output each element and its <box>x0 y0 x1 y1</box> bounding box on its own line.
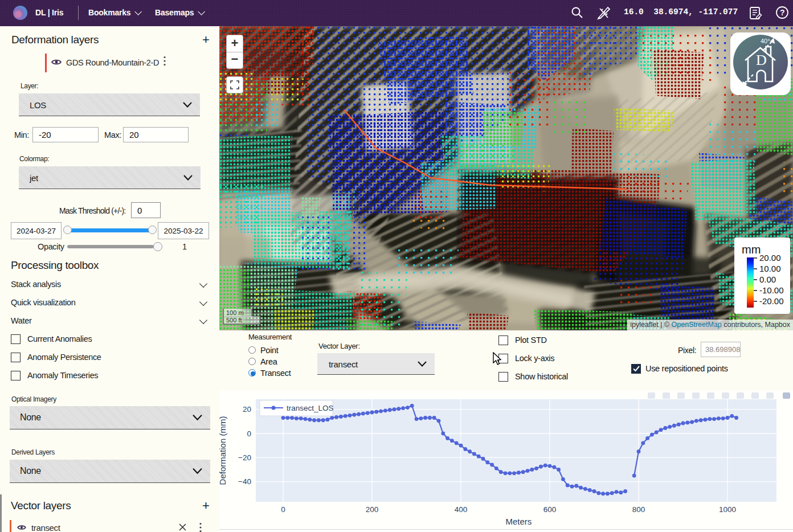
svg-text:-10.00: -10.00 <box>759 285 784 295</box>
svg-text:−40: −40 <box>238 477 251 486</box>
svg-text:400: 400 <box>455 505 468 514</box>
svg-text:800: 800 <box>632 505 645 514</box>
svg-text:200: 200 <box>366 505 379 514</box>
svg-text:transect_LOS: transect_LOS <box>287 404 334 412</box>
svg-text:40°: 40° <box>761 38 770 44</box>
svg-text:?: ? <box>780 8 785 17</box>
svg-text:20: 20 <box>243 405 251 414</box>
svg-text:0.00: 0.00 <box>759 275 776 284</box>
svg-text:Deformation (mm): Deformation (mm) <box>219 416 227 485</box>
svg-text:−20: −20 <box>238 453 251 462</box>
svg-text:0: 0 <box>247 429 251 438</box>
svg-text:0: 0 <box>281 505 285 514</box>
svg-text:600: 600 <box>543 505 557 514</box>
svg-text:1000: 1000 <box>719 505 736 514</box>
svg-text:mm: mm <box>742 243 761 256</box>
svg-text:20.00: 20.00 <box>759 253 781 263</box>
svg-text:-20.00: -20.00 <box>759 296 784 306</box>
svg-text:10.00: 10.00 <box>759 264 781 273</box>
svg-text:D: D <box>756 52 767 68</box>
svg-text:Meters: Meters <box>505 517 532 526</box>
